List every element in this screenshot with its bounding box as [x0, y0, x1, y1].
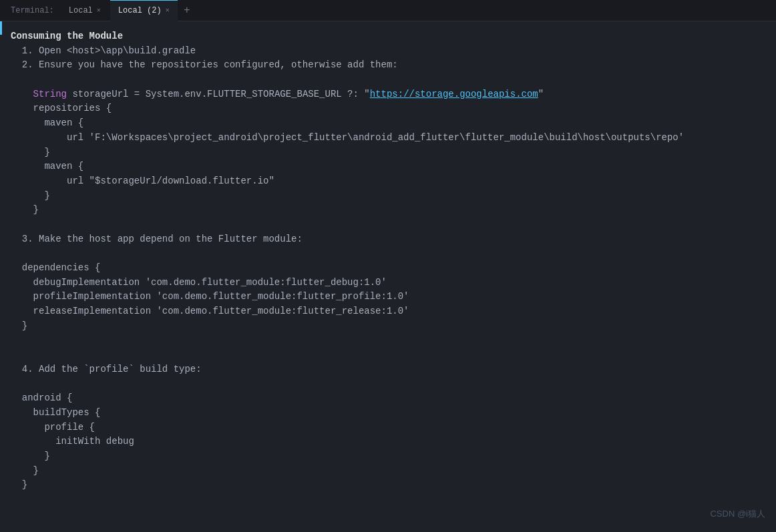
code-repositories: repositories { [11, 101, 765, 116]
code-dependencies: dependencies { [11, 261, 765, 276]
step4: 4. Add the `profile` build type: [11, 362, 765, 377]
code-storage-url: String storageUrl = System.env.FLUTTER_S… [11, 87, 765, 102]
code-url1: url 'F:\Workspaces\project_android\proje… [11, 131, 765, 146]
blank5 [11, 348, 765, 362]
step3: 3. Make the host app depend on the Flutt… [11, 232, 765, 247]
tab-local1-close[interactable]: ✕ [97, 7, 101, 14]
code-close-maven2: } [11, 189, 765, 204]
watermark: CSDN @i猫人 [710, 507, 765, 521]
terminal-label: Terminal: [5, 0, 59, 21]
tab-local1-label: Local [69, 6, 93, 15]
blank1 [11, 73, 765, 87]
add-tab-button[interactable]: + [179, 3, 195, 19]
tab-local2-label: Local (2) [118, 6, 162, 15]
blank4 [11, 333, 765, 348]
keyword-string: String [33, 89, 67, 99]
blank6 [11, 377, 765, 392]
storage-url-text: storageUrl = System.env.FLUTTER_STORAGE_… [67, 89, 370, 99]
code-close-deps: } [11, 319, 765, 334]
terminal-tab-bar: Terminal: Local ✕ Local (2) ✕ + [0, 0, 776, 21]
code-maven2: maven { [11, 160, 765, 174]
terminal-content[interactable]: Consuming the Module 1. Open <host>\app\… [0, 21, 776, 532]
code-profile: profile { [11, 421, 765, 435]
code-maven1: maven { [11, 116, 765, 131]
closing-quote: " [538, 89, 544, 99]
tab-local2-close[interactable]: ✕ [166, 7, 170, 14]
code-close-maven1: } [11, 146, 765, 160]
code-url2: url "$storageUrl/download.flutter.io" [11, 174, 765, 189]
code-initwith: initWith debug [11, 435, 765, 449]
code-profile-impl: profileImplementation 'com.demo.flutter_… [11, 290, 765, 304]
code-buildtypes: buildTypes { [11, 406, 765, 421]
code-android: android { [11, 391, 765, 406]
code-close-repos: } [11, 203, 765, 218]
code-close-buildtypes: } [11, 464, 765, 479]
code-close-android: } [11, 478, 765, 493]
step1: 1. Open <host>\app\build.gradle [11, 44, 765, 59]
tab-local1[interactable]: Local ✕ [61, 0, 109, 21]
googleapis-link[interactable]: https://storage.googleapis.com [370, 89, 538, 99]
section-title: Consuming the Module [11, 29, 765, 44]
code-close-profile: } [11, 449, 765, 464]
step2: 2. Ensure you have the repositories conf… [11, 58, 765, 73]
blank2 [11, 218, 765, 232]
tab-local2[interactable]: Local (2) ✕ [110, 0, 178, 21]
code-debug-impl: debugImplementation 'com.demo.flutter_mo… [11, 276, 765, 290]
code-release-impl: releaseImplementation 'com.demo.flutter_… [11, 304, 765, 319]
blank3 [11, 246, 765, 261]
